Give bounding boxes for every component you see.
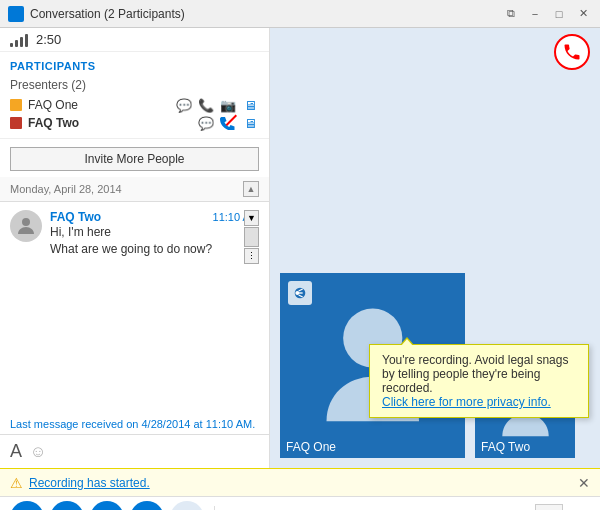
signal-bar-1 [10, 43, 13, 47]
presenters-label: Presenters (2) [10, 78, 259, 92]
signal-bar-3 [20, 37, 23, 47]
maximize-button[interactable]: □ [550, 5, 568, 23]
left-panel: 2:50 PARTICIPANTS Presenters (2) FAQ One… [0, 28, 270, 468]
recording-bar: ⚠ Recording has started. ✕ [0, 468, 600, 496]
avatar [10, 210, 42, 242]
participant-actions-1: 💬 📞 📷 🖥 [175, 98, 259, 112]
chat-message: FAQ Two 11:10 AM Hi, I'm here What are w… [10, 210, 259, 258]
phone-icon-2[interactable] [219, 116, 237, 130]
phone-icon-1[interactable]: 📞 [197, 98, 215, 112]
emoji-icon[interactable]: ☺ [30, 443, 46, 461]
chat-icon-1[interactable]: 💬 [175, 98, 193, 112]
close-recording-bar-button[interactable]: ✕ [578, 475, 590, 491]
chat-text-2: What are we going to do now? [50, 241, 259, 258]
titlebar: Conversation (2 Participants) ⧉ − □ ✕ [0, 0, 600, 28]
cursor-icon: ↖ [512, 507, 527, 511]
call-time: 2:50 [36, 32, 61, 47]
signal-bar-4 [25, 34, 28, 47]
monitor-icon-2[interactable]: 🖥 [241, 116, 259, 130]
scroll-up-button[interactable]: ▲ [243, 181, 259, 197]
scroll-down-button[interactable]: ▼ [244, 210, 259, 226]
chat-icon-2[interactable]: 💬 [197, 116, 215, 130]
chat-text-1: Hi, I'm here [50, 224, 259, 241]
chat-date-bar: Monday, April 28, 2014 ▲ [0, 177, 269, 202]
close-button[interactable]: ✕ [574, 5, 592, 23]
warning-icon: ⚠ [10, 475, 23, 491]
chat-input-area: A ☺ [0, 434, 269, 468]
scroll-thumb[interactable] [244, 227, 259, 247]
chat-date: Monday, April 28, 2014 [10, 183, 122, 195]
lync-icon [8, 6, 24, 22]
tooltip-link[interactable]: Click here for more privacy info. [382, 395, 551, 409]
participant-color-2 [10, 117, 22, 129]
toolbar-right: ↖ ••• [512, 504, 590, 511]
signal-icon [10, 33, 28, 47]
participants-section: PARTICIPANTS Presenters (2) FAQ One 💬 📞 … [0, 52, 269, 139]
recording-link[interactable]: Recording has started. [29, 476, 150, 490]
participant-actions-2: 💬 🖥 [197, 116, 259, 130]
video-icon-1[interactable]: 📷 [219, 98, 237, 112]
titlebar-controls: ⧉ − □ ✕ [502, 5, 592, 23]
participant-left-2: FAQ Two [10, 116, 79, 130]
svg-point-0 [22, 218, 30, 226]
toolbar-separator [214, 506, 215, 511]
participant-name-1: FAQ One [28, 98, 78, 112]
main-layout: 2:50 PARTICIPANTS Presenters (2) FAQ One… [0, 28, 600, 468]
titlebar-left: Conversation (2 Participants) [8, 6, 185, 22]
participant-left-1: FAQ One [10, 98, 78, 112]
last-message-note[interactable]: Last message received on 4/28/2014 at 11… [0, 414, 269, 434]
tooltip-text: You're recording. Avoid legal snags by t… [382, 353, 568, 395]
window-title: Conversation (2 Participants) [30, 7, 185, 21]
screen-share-button[interactable] [130, 501, 164, 511]
mic-toolbar-button[interactable] [50, 501, 84, 511]
right-panel: FAQ One FAQ Two You're recording. Avoid … [270, 28, 600, 468]
present-options-button[interactable] [535, 504, 563, 511]
participant-color-1 [10, 99, 22, 111]
more-options-vert[interactable]: ⋮ [244, 248, 259, 264]
people-toolbar-button[interactable] [170, 501, 204, 511]
record-indicator [288, 281, 312, 305]
chat-messages: FAQ Two 11:10 AM Hi, I'm here What are w… [0, 202, 269, 414]
video-name-1: FAQ One [286, 440, 336, 454]
status-bar: 2:50 [0, 28, 269, 52]
minimize-button[interactable]: − [526, 5, 544, 23]
participant-row: FAQ One 💬 📞 📷 🖥 [10, 96, 259, 114]
bottom-toolbar: ⏸ ↖ ••• [0, 496, 600, 510]
detach-button[interactable]: ⧉ [502, 5, 520, 23]
invite-more-button[interactable]: Invite More People [10, 147, 259, 171]
video-name-2: FAQ Two [481, 440, 530, 454]
video-toolbar-button[interactable] [90, 501, 124, 511]
chat-scrollbar[interactable]: ▼ ⋮ [244, 210, 259, 264]
monitor-icon-1[interactable]: 🖥 [241, 98, 259, 112]
signal-bar-2 [15, 40, 18, 47]
tooltip-box: You're recording. Avoid legal snags by t… [369, 344, 589, 418]
participants-title: PARTICIPANTS [10, 60, 259, 72]
format-text-icon[interactable]: A [10, 441, 22, 462]
participant-name-2: FAQ Two [28, 116, 79, 130]
participant-row-2: FAQ Two 💬 🖥 [10, 114, 259, 132]
chat-toolbar-button[interactable] [10, 501, 44, 511]
chat-content: FAQ Two 11:10 AM Hi, I'm here What are w… [50, 210, 259, 258]
end-call-button[interactable] [554, 34, 590, 70]
chat-sender: FAQ Two [50, 210, 101, 224]
chat-header-line: FAQ Two 11:10 AM [50, 210, 259, 224]
